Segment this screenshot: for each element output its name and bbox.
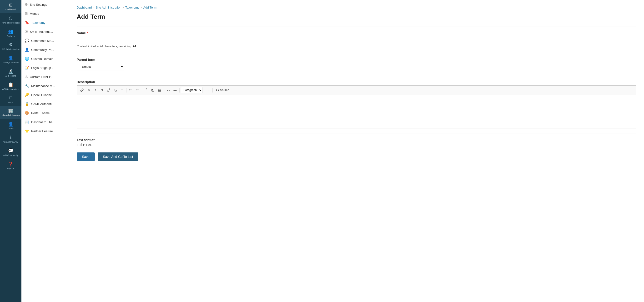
description-editor[interactable] [77,95,636,128]
name-input[interactable] [77,36,636,43]
sidebar-item-partner-feature[interactable]: ⭐ Partner Feature [22,127,69,136]
parent-term-section: Parent term - Select - [77,58,636,70]
toolbar-bold-button[interactable]: B [86,87,92,93]
toolbar-source-button[interactable]: Source [214,87,231,93]
sidebar-item-community-pa[interactable]: 👤 Community Pa... [22,45,69,54]
sidebar-item-maintenance[interactable]: 🔧 Maintenance M... [22,81,69,90]
nav-label-apis: APIs and Products [2,22,20,24]
nav-label-support: Support [7,167,14,170]
name-label: Name * [77,31,636,35]
apis-icon: ⬡ [9,16,12,21]
sidebar-label-openid: OpenID Conne... [31,93,54,97]
page-title: Add Term [77,13,636,20]
sidebar-item-portal-theme[interactable]: 🎨 Portal Theme [22,108,69,118]
paragraph-format-select[interactable]: Paragraph Heading 1 Heading 2 Heading 3 [181,87,202,93]
toolbar-sep-6 [212,88,213,93]
sidebar-item-custom-error[interactable]: ⚠ Custom Error P... [22,72,69,81]
manage-partners-icon: 👤 [8,55,13,61]
nav-item-about[interactable]: ℹ About OneAPIM [0,133,22,146]
toolbar-strikethrough-button[interactable]: S [99,87,105,93]
description-section: Description B I S [77,80,636,128]
sidebar-item-openid[interactable]: 🔑 OpenID Conne... [22,90,69,99]
nav-item-users[interactable]: 👤 Users [0,119,22,133]
sidebar-item-saml[interactable]: 🔒 SAML Authenti... [22,99,69,108]
text-format-label: Text format [77,138,636,142]
svg-point-4 [129,91,130,91]
sidebar-label-custom-domain: Custom Domain [31,57,53,61]
name-section: Name * Content limited to 24 characters,… [77,31,636,48]
nav-item-partners[interactable]: 👥 Partners [0,27,22,40]
svg-text:3: 3 [136,90,137,92]
main-content: Dashboard › Site Administration › Taxono… [69,0,644,302]
sidebar-label-partner-feature: Partner Feature [31,129,53,133]
sidebar-item-site-settings[interactable]: ⚙ Site Settings [22,0,69,9]
sidebar-item-dashboard-the[interactable]: 📊 Dashboard The... [22,118,69,127]
toolbar-ol-button[interactable]: 123 [134,87,140,93]
toolbar-sep-1 [126,88,126,93]
toolbar-table-button[interactable] [156,87,163,93]
toolbar-extra-button[interactable] [205,87,211,93]
svg-rect-14 [158,89,161,92]
sidebar-label-community-pa: Community Pa... [31,48,54,52]
nav-item-api-administration[interactable]: ⚙ API Administration [0,40,22,53]
nav-item-manage-partners[interactable]: 👤 Manage Partners [0,53,22,66]
save-and-go-to-list-button[interactable]: Save And Go To List [98,152,138,161]
custom-error-icon: ⚠ [25,75,28,79]
sidebar-item-custom-domain[interactable]: 🌐 Custom Domain [22,54,69,63]
toolbar-hr-button[interactable]: — [172,87,178,93]
breadcrumb-dashboard[interactable]: Dashboard [77,6,92,9]
portal-theme-icon: 🎨 [25,111,29,115]
saml-icon: 🔒 [25,102,29,106]
nav-label-community: API Community [3,154,18,157]
breadcrumb-site-admin[interactable]: Site Administration [96,6,122,9]
breadcrumb-sep-3: › [141,6,142,9]
toolbar-sep-3 [164,88,164,93]
sidebar-item-smtp[interactable]: ✉ SMTP Authenti... [22,27,69,36]
sidebar-item-taxonomy[interactable]: 🔖 Taxonomy [22,18,69,27]
nav-item-support[interactable]: ❓ Support [0,159,22,172]
api-admin-icon: ⚙ [9,42,12,47]
sidebar-item-comments[interactable]: 💬 Comments Mo... [22,36,69,45]
sidebar-label-maintenance: Maintenance M... [31,84,55,88]
nav-item-apps[interactable]: □ Apps [0,93,22,106]
sidebar-label-site-settings: Site Settings [30,3,47,6]
breadcrumb-sep-1: › [93,6,94,9]
nav-item-site-administration[interactable]: 🏢 Site Administration [0,106,22,119]
parent-term-select[interactable]: - Select - [77,63,124,70]
sidebar-label-smtp: SMTP Authenti... [30,30,53,33]
toolbar-image-button[interactable] [150,87,156,93]
toolbar-code-button[interactable]: <> [165,87,172,93]
nav-label-api-testing: API Testing [5,75,16,77]
toolbar-sep-4 [179,88,180,93]
nav-label-api-subscriptions: API Subscriptions [2,88,19,91]
sidebar-item-login-signup[interactable]: 📝 Login / Signup ... [22,63,69,72]
sidebar-label-portal-theme: Portal Theme [31,111,50,115]
text-format-section: Text format Full HTML [77,138,636,147]
nav-item-api-subscriptions[interactable]: 📋 API Subscriptions [0,80,22,93]
smtp-icon: ✉ [25,29,28,34]
toolbar-subscript-button[interactable]: x2 [112,87,118,93]
divider-parent [77,75,636,75]
users-icon: 👤 [8,122,13,127]
toolbar-superscript-button[interactable]: x2 [106,87,112,93]
text-format-value: Full HTML [77,143,636,147]
toolbar-ul-button[interactable] [128,87,134,93]
nav-item-apis-products[interactable]: ⬡ APIs and Products [0,13,22,27]
nav-item-dashboard[interactable]: ⊞ Dashboard [0,0,22,13]
community-icon: 💬 [8,148,13,153]
menus-icon: ⊞ [25,11,28,16]
breadcrumb-taxonomy[interactable]: Taxonomy [125,6,139,9]
nav-item-api-testing[interactable]: 🔬 API Testing [0,66,22,80]
left-nav: ⊞ Dashboard ⬡ APIs and Products 👥 Partne… [0,0,22,302]
nav-item-community[interactable]: 💬 API Community [0,146,22,159]
form-actions: Save Save And Go To List [77,152,636,161]
sidebar-item-menus[interactable]: ⊞ Menus [22,9,69,18]
editor-toolbar: B I S x2 x2 T [77,86,636,95]
save-button[interactable]: Save [77,152,95,161]
api-subscriptions-icon: 📋 [8,82,13,87]
sidebar-label-taxonomy: Taxonomy [31,21,45,24]
toolbar-italic-button[interactable]: I [92,87,98,93]
toolbar-clear-format-button[interactable]: T [119,87,125,93]
toolbar-link-button[interactable] [79,87,85,93]
toolbar-blockquote-button[interactable]: " [143,87,149,93]
